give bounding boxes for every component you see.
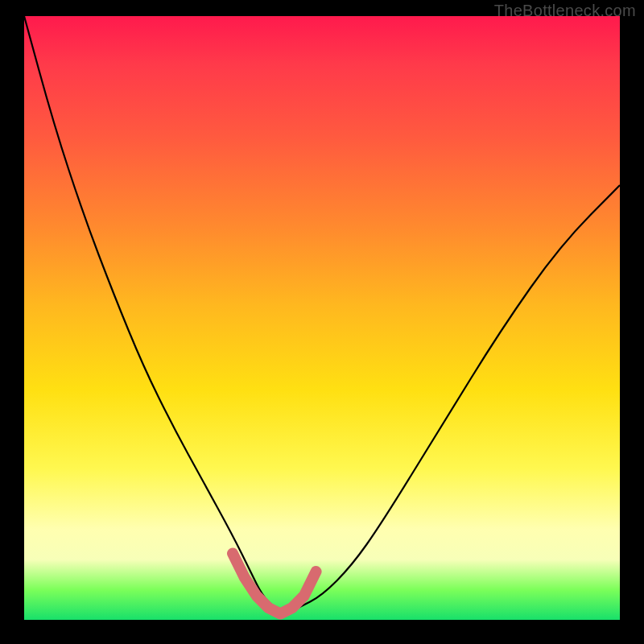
bottleneck-curve [24,16,620,613]
curve-svg [24,16,620,620]
watermark-text: TheBottleneck.com [494,2,636,20]
plot-area [24,16,620,620]
chart-frame: TheBottleneck.com [0,0,644,644]
